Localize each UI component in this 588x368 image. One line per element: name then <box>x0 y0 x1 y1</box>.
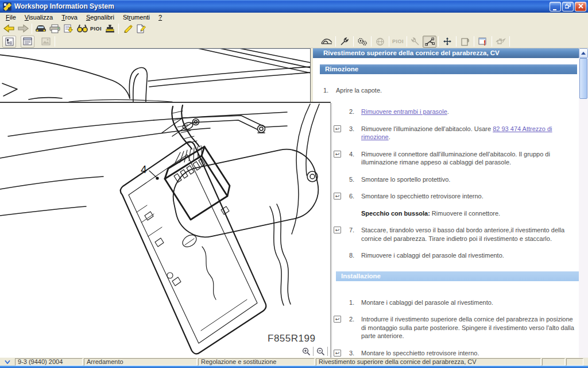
step-number: 4. <box>349 150 354 159</box>
step-text: Rimuovere i cablaggi del parasole dal ri… <box>361 251 579 260</box>
step-number: 7. <box>349 226 354 235</box>
important-alert-button[interactable]: ! <box>476 36 490 48</box>
page-flip-button[interactable] <box>458 36 472 48</box>
pioi-button[interactable]: PIOI <box>89 22 103 34</box>
pioi-label: PIOI <box>90 26 102 32</box>
procedure-step: ↩3.Rimuovere l'illuminazione dell'abitac… <box>332 125 579 141</box>
zoom-out-button[interactable] <box>314 346 327 356</box>
step-text: Montare i cablaggi del parasole al rives… <box>361 298 579 307</box>
globe-button[interactable] <box>373 36 387 48</box>
step-number: 5. <box>349 175 354 184</box>
illustration-link-icon[interactable]: ↩ <box>334 151 341 158</box>
document-content[interactable]: 2.Rimuovere entrambi i parasole.↩3.Rimuo… <box>331 103 579 358</box>
gears-button[interactable] <box>355 36 369 48</box>
special-tool-button[interactable] <box>409 36 423 48</box>
toolbar-separator <box>327 347 328 356</box>
highlighter-pencil-button[interactable] <box>121 22 134 34</box>
secondary-toolbar: PIOI <box>0 35 588 48</box>
menu-bar: FileVisualizzaTrovaSegnalibriStrumenti? <box>0 13 588 22</box>
back-button[interactable] <box>2 22 16 34</box>
procedure-link[interactable]: Rimuovere entrambi i parasole <box>361 108 447 115</box>
illustration-window[interactable]: 4 F855R199 <box>0 102 331 358</box>
step-text: Smontare lo specchietto retrovisore inte… <box>361 192 579 201</box>
status-bar: 9-3 (9440) 2004ArredamentoRegolazione e … <box>0 358 588 366</box>
procedure-step: 2.Rimuovere entrambi i parasole. <box>332 108 579 116</box>
forward-button[interactable] <box>16 22 30 34</box>
step-text: Smontare lo sportello protettivo. <box>361 175 579 184</box>
step-number: 1. <box>323 86 328 95</box>
print-button[interactable] <box>48 22 61 34</box>
step-text: Rimuovere il connettore dall'illuminazio… <box>361 150 579 167</box>
step-text: Montare lo specchietto retrovisore inter… <box>361 349 579 358</box>
callout-number: 4 <box>141 163 147 175</box>
step-text: Rimuovere l'illuminazione dell'abitacolo… <box>361 125 579 141</box>
minimize-button[interactable] <box>550 2 561 12</box>
procedure-step: 5.Smontare lo sportello protettivo. <box>332 175 579 184</box>
step-text: Staccare, tirandolo verso il basso dal b… <box>361 226 579 243</box>
title-bar[interactable]: Workshop Information System <box>0 0 588 13</box>
menu-item-visualizza[interactable]: Visualizza <box>21 13 57 21</box>
illustration-link-icon[interactable]: ↩ <box>334 227 341 233</box>
move-button[interactable] <box>440 36 454 48</box>
figure-code: F855R199 <box>268 333 315 344</box>
main-toolbar: PIOI <box>0 22 588 35</box>
step-number: 2. <box>349 108 354 116</box>
illustration-strip-panel[interactable] <box>0 48 311 102</box>
scrollbar-thumb[interactable] <box>579 58 587 99</box>
document-list-button[interactable] <box>21 36 34 48</box>
installation-step-list: 1.Montare i cablaggi del parasole al riv… <box>332 298 579 358</box>
toolbar-separator <box>55 36 55 47</box>
toolbar-separator <box>32 24 32 34</box>
menu-item-strumenti[interactable]: Strumenti <box>119 13 154 21</box>
procedure-step: 1.Aprire la capote. <box>313 86 577 95</box>
procedure-step: ↩6.Smontare lo specchietto retrovisore i… <box>332 192 579 217</box>
vehicle-select-button[interactable] <box>34 22 48 34</box>
image-view-button[interactable] <box>39 36 53 48</box>
illustration-link-icon[interactable]: ↩ <box>334 125 341 132</box>
car-body-button[interactable] <box>320 36 334 48</box>
expand-chevron-icon[interactable] <box>0 360 15 364</box>
application-window: Workshop Information System FileVisualiz… <box>0 0 588 368</box>
illustration-link-icon[interactable]: ↩ <box>334 350 341 356</box>
restore-button[interactable] <box>562 2 574 12</box>
status-field-0: 9-3 (9440) 2004 <box>15 358 83 366</box>
wiring-harness-button[interactable] <box>423 36 436 48</box>
window-title: Workshop Information System <box>14 2 548 10</box>
menu-item-file[interactable]: File <box>2 13 21 21</box>
structure-tree-button[interactable] <box>2 36 16 48</box>
procedure-step: ↩2.Introdurre il rivestimento superiore … <box>332 315 579 340</box>
search-binoculars-button[interactable] <box>75 22 89 34</box>
step-text: Introdurre il rivestimento superiore del… <box>361 315 579 340</box>
illustration-link-icon[interactable]: ↩ <box>334 193 341 200</box>
step-list-top: 1.Aprire la capote. <box>313 86 577 103</box>
procedure-step: ↩3.Montare lo specchietto retrovisore in… <box>332 349 579 358</box>
removal-step-list: 2.Rimuovere entrambi i parasole.↩3.Rimuo… <box>332 108 579 260</box>
menu-item-segnalibri[interactable]: Segnalibri <box>82 13 119 21</box>
close-button[interactable] <box>575 2 586 12</box>
step-number: 2. <box>349 315 354 324</box>
zoom-in-button[interactable] <box>300 346 312 356</box>
wrench-button[interactable] <box>338 36 351 48</box>
edit-note-button[interactable] <box>134 22 148 34</box>
procedure-step: 8.Rimuovere i cablaggi del parasole dal … <box>332 251 579 260</box>
scrollbar-track[interactable] <box>579 58 588 358</box>
pioi-label: PIOI <box>392 39 404 44</box>
toolbar-separator <box>313 347 314 356</box>
step-number: 3. <box>349 349 354 358</box>
step-text: Aprire la capote. <box>336 86 554 95</box>
scrollbar-up-button[interactable] <box>579 48 588 58</box>
step-number: 8. <box>349 251 354 260</box>
illustration-link-icon[interactable]: ↩ <box>334 316 341 323</box>
app-icon <box>3 2 11 11</box>
menu-item-trova[interactable]: Trova <box>57 13 82 21</box>
step-number: 6. <box>349 192 354 201</box>
stamp-button[interactable] <box>103 22 117 34</box>
procedure-step: ↩4.Rimuovere il connettore dall'illumina… <box>332 150 579 167</box>
menu-item-?[interactable]: ? <box>154 13 167 21</box>
procedure-link[interactable]: 82 93 474 Attrezzo di rimozione <box>361 125 552 141</box>
pioi-right-button[interactable]: PIOI <box>391 36 405 48</box>
document-title-bar: Rivestimento superiore della cornice del… <box>313 48 579 58</box>
oil-can-button[interactable] <box>494 36 508 48</box>
export-document-button[interactable] <box>61 22 75 34</box>
status-field-3: Rivestimento superiore della cornice del… <box>316 358 541 366</box>
